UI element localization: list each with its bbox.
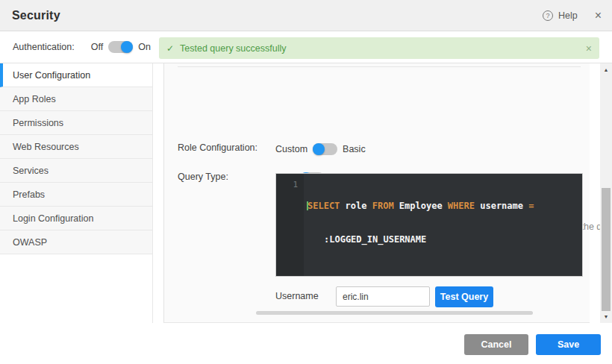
banner-message: Tested query successfully — [180, 43, 286, 54]
auth-on-label: On — [138, 42, 151, 52]
sql-operator: = — [528, 201, 534, 211]
page-title: Security — [12, 9, 60, 22]
sidebar: User Configuration App Roles Permissions… — [0, 63, 153, 323]
username-input[interactable] — [336, 286, 430, 307]
sidebar-item-web-resources[interactable]: Web Resources — [0, 135, 152, 159]
save-button[interactable]: Save — [536, 334, 601, 355]
help-icon[interactable]: ? — [543, 10, 553, 21]
sidebar-item-label: OWASP — [13, 237, 47, 248]
security-dialog: Security ? Help × Authentication: Off On… — [0, 0, 612, 364]
sidebar-item-label: Services — [13, 166, 49, 176]
sidebar-item-label: Prefabs — [13, 189, 45, 200]
test-query-button[interactable]: Test Query — [435, 286, 493, 307]
main-panel: Role Configuration: Custom Basic Query T… — [163, 63, 590, 323]
check-icon: ✓ — [166, 43, 174, 54]
footer: Cancel Save — [0, 323, 612, 364]
code-editor[interactable]: 1 SELECT role FROM Employee WHERE userna… — [275, 173, 583, 277]
toggle-knob — [313, 143, 325, 155]
sidebar-item-app-roles[interactable]: App Roles — [0, 87, 152, 111]
sql-keyword: SELECT — [307, 201, 346, 211]
sidebar-item-label: User Configuration — [13, 70, 90, 81]
sidebar-item-prefabs[interactable]: Prefabs — [0, 183, 152, 207]
toggle-knob — [121, 41, 133, 53]
sql-identifier: username — [480, 201, 528, 211]
app-header: Security ? Help × — [0, 0, 612, 31]
help-link[interactable]: Help — [558, 10, 578, 21]
role-configuration-label: Role Configuration: — [178, 142, 257, 153]
role-configuration-toggle[interactable] — [313, 143, 337, 155]
code-line: :LOGGED_IN_USERNAME — [307, 234, 578, 245]
scroll-down-icon[interactable]: ▼ — [600, 312, 612, 321]
success-banner: ✓ Tested query successfully × — [159, 37, 599, 59]
scroll-up-icon[interactable]: ▲ — [600, 65, 612, 75]
sidebar-item-user-configuration[interactable]: User Configuration — [0, 63, 152, 87]
sidebar-item-label: Web Resources — [13, 142, 79, 152]
sidebar-item-label: Login Configuration — [13, 213, 93, 224]
sidebar-item-label: App Roles — [13, 94, 56, 104]
banner-close-icon[interactable]: × — [586, 43, 592, 54]
sql-parameter: :LOGGED_IN_USERNAME — [324, 234, 426, 245]
vertical-scrollbar[interactable]: ▲ ▼ — [600, 63, 612, 323]
auth-label: Authentication: — [13, 42, 75, 52]
sidebar-item-services[interactable]: Services — [0, 159, 152, 183]
basic-option-label: Basic — [343, 144, 366, 154]
auth-off-label: Off — [91, 42, 103, 52]
sidebar-item-permissions[interactable]: Permissions — [0, 111, 152, 135]
header-actions: ? Help × — [543, 10, 602, 22]
divider — [178, 66, 581, 67]
editor-line-number-gutter: 1 — [276, 174, 304, 276]
sql-keyword: WHERE — [448, 201, 480, 211]
role-configuration-toggle-group: Custom Basic — [275, 143, 366, 155]
query-type-label: Query Type: — [178, 172, 228, 182]
code-line: SELECT role FROM Employee WHERE username… — [307, 201, 578, 212]
sidebar-item-login-configuration[interactable]: Login Configuration — [0, 207, 152, 230]
sql-identifier: Employee — [399, 201, 448, 211]
horizontal-scrollbar-thumb[interactable] — [256, 311, 533, 315]
sidebar-item-owasp[interactable]: OWASP — [0, 230, 152, 254]
cancel-button[interactable]: Cancel — [464, 334, 528, 355]
vertical-scrollbar-thumb[interactable] — [602, 188, 611, 311]
username-label: Username — [275, 291, 319, 301]
sidebar-item-label: Permissions — [13, 118, 63, 128]
sql-identifier: role — [346, 201, 372, 211]
editor-code-area[interactable]: SELECT role FROM Employee WHERE username… — [304, 174, 582, 276]
sql-keyword: FROM — [372, 201, 399, 211]
custom-option-label: Custom — [275, 144, 307, 154]
auth-toggle[interactable] — [108, 41, 133, 53]
close-icon[interactable]: × — [595, 10, 602, 22]
line-number: 1 — [293, 180, 298, 189]
